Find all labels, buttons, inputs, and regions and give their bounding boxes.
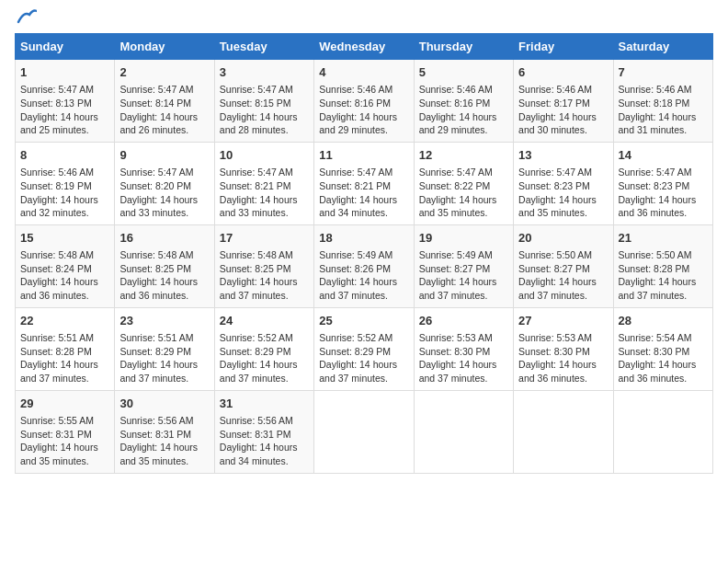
calendar-week-row: 15Sunrise: 5:48 AMSunset: 8:24 PMDayligh… [16,224,713,307]
cell-content: Sunrise: 5:47 AMSunset: 8:13 PMDaylight:… [20,83,109,137]
day-number: 31 [220,396,309,412]
day-number: 27 [518,313,608,329]
day-number: 29 [20,396,109,412]
day-number: 26 [419,313,508,329]
day-number: 21 [619,230,708,247]
cell-content: Sunrise: 5:47 AMSunset: 8:21 PMDaylight:… [220,166,309,220]
cell-content: Sunrise: 5:50 AMSunset: 8:27 PMDaylight:… [518,248,608,303]
cell-content: Sunrise: 5:47 AMSunset: 8:15 PMDaylight:… [220,83,309,137]
calendar-cell: 13Sunrise: 5:47 AMSunset: 8:23 PMDayligh… [514,142,613,224]
cell-content: Sunrise: 5:49 AMSunset: 8:26 PMDaylight:… [319,248,408,303]
day-number: 25 [319,313,408,329]
day-number: 16 [119,230,209,247]
day-number: 12 [419,147,508,164]
cell-content: Sunrise: 5:47 AMSunset: 8:20 PMDaylight:… [119,166,209,220]
cell-content: Sunrise: 5:46 AMSunset: 8:16 PMDaylight:… [319,83,408,137]
page-header [15,15,713,24]
cell-content: Sunrise: 5:52 AMSunset: 8:29 PMDaylight:… [220,331,309,385]
calendar-cell: 3Sunrise: 5:47 AMSunset: 8:15 PMDaylight… [214,60,313,143]
calendar-cell: 17Sunrise: 5:48 AMSunset: 8:25 PMDayligh… [214,224,313,307]
calendar-cell: 6Sunrise: 5:46 AMSunset: 8:17 PMDaylight… [514,60,613,143]
day-number: 23 [119,313,209,329]
calendar-cell: 24Sunrise: 5:52 AMSunset: 8:29 PMDayligh… [214,307,313,390]
calendar-cell: 5Sunrise: 5:46 AMSunset: 8:16 PMDaylight… [414,60,513,143]
calendar-week-row: 29Sunrise: 5:55 AMSunset: 8:31 PMDayligh… [16,390,713,473]
day-number: 22 [20,313,109,329]
cell-content: Sunrise: 5:54 AMSunset: 8:30 PMDaylight:… [619,331,708,385]
day-header-thursday: Thursday [414,34,513,60]
calendar-table: SundayMondayTuesdayWednesdayThursdayFrid… [15,33,713,474]
calendar-week-row: 22Sunrise: 5:51 AMSunset: 8:28 PMDayligh… [16,307,713,390]
calendar-cell: 9Sunrise: 5:47 AMSunset: 8:20 PMDaylight… [115,142,214,224]
cell-content: Sunrise: 5:56 AMSunset: 8:31 PMDaylight:… [220,414,309,468]
day-number: 9 [119,147,209,164]
cell-content: Sunrise: 5:50 AMSunset: 8:28 PMDaylight:… [619,248,708,303]
day-number: 11 [319,147,408,164]
calendar-cell: 26Sunrise: 5:53 AMSunset: 8:30 PMDayligh… [414,307,513,390]
cell-content: Sunrise: 5:47 AMSunset: 8:21 PMDaylight:… [319,166,408,220]
day-header-monday: Monday [115,34,214,60]
day-number: 14 [619,147,708,164]
calendar-cell: 7Sunrise: 5:46 AMSunset: 8:18 PMDaylight… [613,60,712,143]
day-number: 6 [518,64,608,81]
day-number: 4 [319,64,408,81]
cell-content: Sunrise: 5:53 AMSunset: 8:30 PMDaylight:… [518,331,608,385]
calendar-cell: 28Sunrise: 5:54 AMSunset: 8:30 PMDayligh… [613,307,712,390]
calendar-cell: 31Sunrise: 5:56 AMSunset: 8:31 PMDayligh… [214,390,313,473]
calendar-cell: 11Sunrise: 5:47 AMSunset: 8:21 PMDayligh… [314,142,414,224]
cell-content: Sunrise: 5:46 AMSunset: 8:18 PMDaylight:… [619,83,708,137]
calendar-cell: 23Sunrise: 5:51 AMSunset: 8:29 PMDayligh… [115,307,214,390]
cell-content: Sunrise: 5:55 AMSunset: 8:31 PMDaylight:… [20,414,109,468]
calendar-cell: 10Sunrise: 5:47 AMSunset: 8:21 PMDayligh… [214,142,313,224]
day-number: 5 [419,64,508,81]
day-header-friday: Friday [514,34,613,60]
cell-content: Sunrise: 5:51 AMSunset: 8:29 PMDaylight:… [119,331,209,385]
calendar-cell: 16Sunrise: 5:48 AMSunset: 8:25 PMDayligh… [115,224,214,307]
calendar-cell: 25Sunrise: 5:52 AMSunset: 8:29 PMDayligh… [314,307,414,390]
calendar-cell: 4Sunrise: 5:46 AMSunset: 8:16 PMDaylight… [314,60,414,143]
day-number: 3 [220,64,309,81]
cell-content: Sunrise: 5:56 AMSunset: 8:31 PMDaylight:… [119,414,209,468]
cell-content: Sunrise: 5:53 AMSunset: 8:30 PMDaylight:… [419,331,508,385]
day-number: 7 [619,64,708,81]
calendar-cell: 27Sunrise: 5:53 AMSunset: 8:30 PMDayligh… [514,307,613,390]
logo-bird-icon [17,9,37,24]
cell-content: Sunrise: 5:52 AMSunset: 8:29 PMDaylight:… [319,331,408,385]
calendar-cell: 29Sunrise: 5:55 AMSunset: 8:31 PMDayligh… [16,390,115,473]
day-number: 13 [518,147,608,164]
day-number: 10 [220,147,309,164]
day-number: 24 [220,313,309,329]
day-number: 18 [319,230,408,247]
calendar-cell: 12Sunrise: 5:47 AMSunset: 8:22 PMDayligh… [414,142,513,224]
day-header-saturday: Saturday [613,34,712,60]
day-number: 19 [419,230,508,247]
cell-content: Sunrise: 5:49 AMSunset: 8:27 PMDaylight:… [419,248,508,303]
day-number: 20 [518,230,608,247]
cell-content: Sunrise: 5:47 AMSunset: 8:23 PMDaylight:… [619,166,708,220]
calendar-week-row: 1Sunrise: 5:47 AMSunset: 8:13 PMDaylight… [16,60,713,143]
calendar-cell [414,390,513,473]
day-header-wednesday: Wednesday [314,34,414,60]
cell-content: Sunrise: 5:47 AMSunset: 8:22 PMDaylight:… [419,166,508,220]
calendar-cell [613,390,712,473]
calendar-week-row: 8Sunrise: 5:46 AMSunset: 8:19 PMDaylight… [16,142,713,224]
cell-content: Sunrise: 5:46 AMSunset: 8:16 PMDaylight:… [419,83,508,137]
calendar-cell [514,390,613,473]
cell-content: Sunrise: 5:48 AMSunset: 8:25 PMDaylight:… [220,248,309,303]
cell-content: Sunrise: 5:47 AMSunset: 8:23 PMDaylight:… [518,166,608,220]
calendar-cell [314,390,414,473]
cell-content: Sunrise: 5:48 AMSunset: 8:24 PMDaylight:… [20,248,109,303]
day-number: 30 [119,396,209,412]
day-number: 15 [20,230,109,247]
calendar-cell: 1Sunrise: 5:47 AMSunset: 8:13 PMDaylight… [16,60,115,143]
cell-content: Sunrise: 5:46 AMSunset: 8:17 PMDaylight:… [518,83,608,137]
calendar-cell: 20Sunrise: 5:50 AMSunset: 8:27 PMDayligh… [514,224,613,307]
calendar-cell: 22Sunrise: 5:51 AMSunset: 8:28 PMDayligh… [16,307,115,390]
calendar-cell: 2Sunrise: 5:47 AMSunset: 8:14 PMDaylight… [115,60,214,143]
cell-content: Sunrise: 5:48 AMSunset: 8:25 PMDaylight:… [119,248,209,303]
day-number: 17 [220,230,309,247]
calendar-header-row: SundayMondayTuesdayWednesdayThursdayFrid… [16,34,713,60]
day-header-sunday: Sunday [16,34,115,60]
cell-content: Sunrise: 5:47 AMSunset: 8:14 PMDaylight:… [119,83,209,137]
cell-content: Sunrise: 5:51 AMSunset: 8:28 PMDaylight:… [20,331,109,385]
